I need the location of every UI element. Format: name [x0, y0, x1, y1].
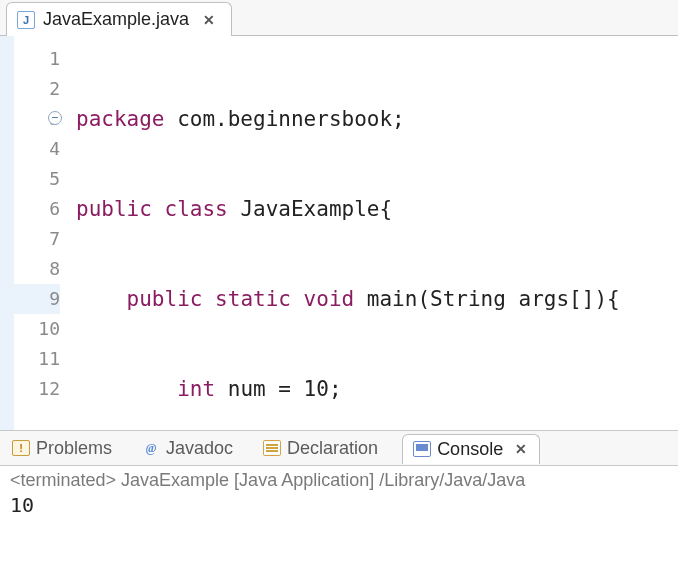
line-number: 7	[0, 224, 60, 254]
code-line: package com.beginnersbook;	[76, 104, 678, 134]
tab-console[interactable]: Console ✕	[402, 434, 540, 464]
javadoc-icon: @	[142, 440, 160, 456]
code-line: int num = 10;	[76, 374, 678, 404]
tab-label: Console	[437, 439, 503, 460]
tab-declaration[interactable]: Declaration	[257, 434, 384, 463]
java-file-icon: J	[17, 11, 35, 29]
fold-collapse-icon[interactable]: −	[48, 111, 62, 125]
bottom-views-tab-strip: Problems @ Javadoc Declaration Console ✕	[0, 430, 678, 466]
line-number-gutter: 1 2 3− 4 5 6 7 8 9 10 11 12	[0, 36, 70, 430]
line-number: 1	[0, 44, 60, 74]
close-icon[interactable]: ✕	[201, 12, 217, 28]
console-view: <terminated> JavaExample [Java Applicati…	[0, 466, 678, 521]
tab-label: Declaration	[287, 438, 378, 459]
code-line: public static void main(String args[]){	[76, 284, 678, 314]
tab-problems[interactable]: Problems	[6, 434, 118, 463]
line-number: 8	[0, 254, 60, 284]
code-line: public class JavaExample{	[76, 194, 678, 224]
console-output: 10	[10, 493, 668, 517]
code-area[interactable]: package com.beginnersbook; public class …	[70, 36, 678, 430]
close-icon[interactable]: ✕	[513, 441, 529, 457]
editor-tab-title: JavaExample.java	[43, 9, 189, 30]
tab-label: Problems	[36, 438, 112, 459]
line-number: 11	[0, 344, 60, 374]
line-number: 9	[0, 284, 60, 314]
editor-tab-strip: J JavaExample.java ✕	[0, 0, 678, 36]
problems-icon	[12, 440, 30, 456]
line-number: 4	[0, 134, 60, 164]
line-number: 2	[0, 74, 60, 104]
editor-tab-javaexample[interactable]: J JavaExample.java ✕	[6, 2, 232, 36]
tab-javadoc[interactable]: @ Javadoc	[136, 434, 239, 463]
line-number: 10	[0, 314, 60, 344]
console-status: <terminated> JavaExample [Java Applicati…	[10, 470, 668, 491]
line-number: 12	[0, 374, 60, 404]
line-number: 5	[0, 164, 60, 194]
code-editor[interactable]: 1 2 3− 4 5 6 7 8 9 10 11 12 package com.…	[0, 36, 678, 430]
tab-label: Javadoc	[166, 438, 233, 459]
line-number: 6	[0, 194, 60, 224]
line-number: 3−	[0, 104, 60, 134]
console-icon	[413, 441, 431, 457]
declaration-icon	[263, 440, 281, 456]
